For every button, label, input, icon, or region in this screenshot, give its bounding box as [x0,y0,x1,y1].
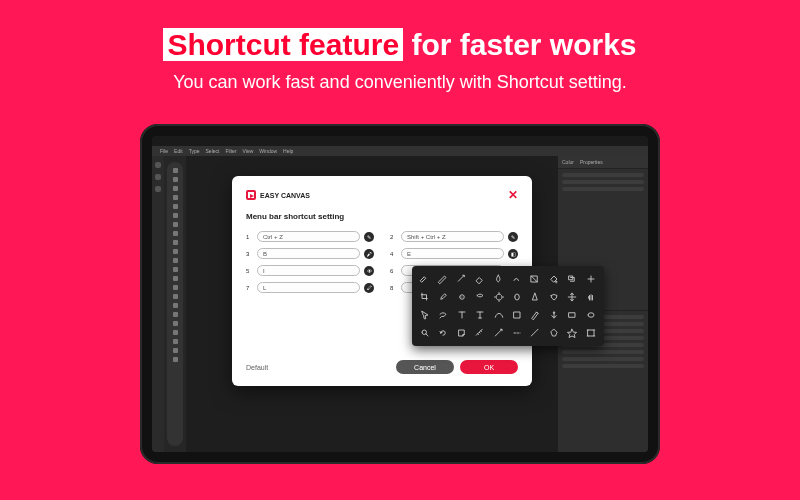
type-icon[interactable] [455,308,469,322]
tool-icon[interactable] [173,303,178,308]
shortcut-input[interactable]: I [257,265,360,276]
crop-icon[interactable] [418,290,432,304]
panel-tab[interactable]: Color [562,159,574,165]
tool-icon[interactable] [173,186,178,191]
line-icon[interactable] [528,326,542,340]
shape-icon[interactable] [510,308,524,322]
polygon-icon[interactable] [547,326,561,340]
menu-item[interactable]: View [243,148,254,154]
sharpen-icon[interactable] [528,290,542,304]
close-icon[interactable]: ✕ [508,188,518,202]
tool-icon[interactable] [173,231,178,236]
shortcut-tool-icon[interactable]: 🖊 [364,283,374,293]
menu-item[interactable]: Type [189,148,200,154]
shortcut-tool-icon[interactable]: ◧ [508,249,518,259]
artboard-icon[interactable] [584,326,598,340]
menu-item[interactable]: Edit [174,148,183,154]
shortcut-input[interactable]: B [257,248,360,259]
tool-icon[interactable] [173,249,178,254]
shortcut-input[interactable]: Shift + Ctrl + Z [401,231,504,242]
eyedrop-icon[interactable] [436,290,450,304]
tool-icon[interactable] [173,267,178,272]
heal-icon[interactable] [584,272,598,286]
tool-picker [412,266,604,346]
tool-icon[interactable] [173,348,178,353]
gradient-icon[interactable] [528,272,542,286]
patch-icon[interactable] [473,290,487,304]
shortcut-tool-icon[interactable]: 🖌 [364,249,374,259]
rail-icon[interactable] [155,174,161,180]
tool-icon[interactable] [173,222,178,227]
note-icon[interactable] [455,326,469,340]
brush-icon[interactable] [418,272,432,286]
blur-icon[interactable] [492,272,506,286]
hero-highlight: Shortcut feature [163,28,403,61]
shortcut-tool-icon[interactable]: ✎ [364,232,374,242]
rotate-icon[interactable] [436,326,450,340]
tool-icon[interactable] [173,330,178,335]
eraser-icon[interactable] [473,272,487,286]
clone-icon[interactable] [565,272,579,286]
cursor-icon[interactable] [418,308,432,322]
shortcut-index: 8 [390,285,397,291]
tool-icon[interactable] [173,321,178,326]
tool-icon[interactable] [173,195,178,200]
tool-icon[interactable] [173,213,178,218]
tool-icon[interactable] [173,357,178,362]
rail-icon[interactable] [155,186,161,192]
pen-icon[interactable] [528,308,542,322]
hero-subtitle: You can work fast and conveniently with … [173,72,627,93]
measure-icon[interactable] [473,326,487,340]
tool-icon[interactable] [173,294,178,299]
zoom-icon[interactable] [418,326,432,340]
shortcut-input[interactable]: E [401,248,504,259]
sponge-icon[interactable] [547,290,561,304]
toolbox [167,162,183,446]
shortcut-tool-icon[interactable]: 👁 [364,266,374,276]
shortcut-row: 3B🖌 [246,248,374,259]
tool-icon[interactable] [173,258,178,263]
menu-item[interactable]: Help [283,148,293,154]
menu-item[interactable]: File [160,148,168,154]
rect-icon[interactable] [565,308,579,322]
type-v-icon[interactable] [473,308,487,322]
anchor-icon[interactable] [547,308,561,322]
smudge-icon[interactable] [510,272,524,286]
hand-icon[interactable] [584,290,598,304]
count-icon[interactable] [510,326,524,340]
rail-icon[interactable] [155,162,161,168]
pencil-icon[interactable] [436,272,450,286]
tool-icon[interactable] [173,177,178,182]
panel-tab[interactable]: Properties [580,159,603,165]
wand-icon[interactable] [455,272,469,286]
menu-item[interactable]: Window [259,148,277,154]
burn-icon[interactable] [510,290,524,304]
slice-icon[interactable] [492,326,506,340]
default-button[interactable]: Default [246,364,268,371]
menu-item[interactable]: Filter [225,148,236,154]
tablet-frame: FileEditTypeSelectFilterViewWindowHelp C… [140,124,660,464]
tool-icon[interactable] [173,339,178,344]
shortcut-input[interactable]: L [257,282,360,293]
custom-icon[interactable] [565,326,579,340]
tool-icon[interactable] [173,240,178,245]
tool-icon[interactable] [173,312,178,317]
app-menubar: FileEditTypeSelectFilterViewWindowHelp [152,146,648,156]
path-icon[interactable] [492,308,506,322]
cancel-button[interactable]: Cancel [396,360,454,374]
shortcut-input[interactable]: Ctrl + Z [257,231,360,242]
side-rail [152,156,164,452]
ok-button[interactable]: OK [460,360,518,374]
ellipse-icon[interactable] [584,308,598,322]
spot-icon[interactable] [455,290,469,304]
tool-icon[interactable] [173,285,178,290]
shortcut-tool-icon[interactable]: ✎ [508,232,518,242]
dodge-icon[interactable] [492,290,506,304]
menu-item[interactable]: Select [206,148,220,154]
bucket-icon[interactable] [547,272,561,286]
move-icon[interactable] [565,290,579,304]
tool-icon[interactable] [173,204,178,209]
tool-icon[interactable] [173,168,178,173]
lasso-icon[interactable] [436,308,450,322]
tool-icon[interactable] [173,276,178,281]
